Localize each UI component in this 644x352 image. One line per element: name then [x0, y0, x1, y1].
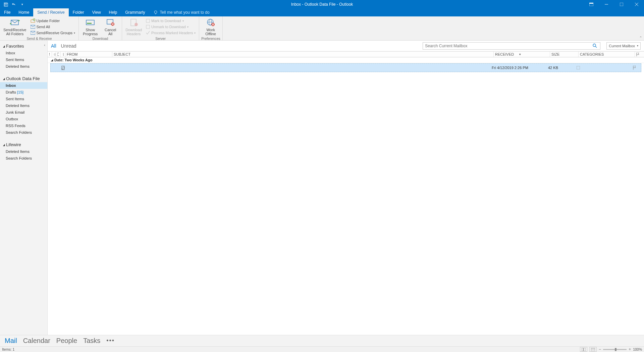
process-marked-headers-button: Process Marked Headers ▾	[145, 30, 197, 36]
svg-rect-5	[620, 3, 623, 6]
send-receive-all-button[interactable]: Send/Receive All Folders	[2, 17, 28, 37]
message-list-pane: All Unread Current Mailbox ▾ ! ☆ FROM SU…	[48, 41, 644, 335]
search-scope-dropdown[interactable]: Current Mailbox ▾	[606, 42, 641, 50]
nav-tasks[interactable]: Tasks	[83, 337, 100, 345]
svg-rect-32	[57, 53, 59, 56]
minimize-button[interactable]	[599, 0, 614, 8]
svg-rect-35	[582, 348, 583, 351]
folder-item[interactable]: Sent Items	[0, 56, 47, 63]
col-subject[interactable]: SUBJECT	[112, 52, 493, 57]
send-all-button[interactable]: Send All	[29, 24, 77, 30]
undo-icon[interactable]	[11, 2, 17, 7]
download-headers-button: Download Headers	[124, 17, 143, 37]
show-progress-button[interactable]: Show Progress	[81, 17, 100, 37]
maximize-button[interactable]	[614, 0, 629, 8]
col-icon[interactable]	[56, 52, 60, 57]
nav-more[interactable]: •••	[106, 337, 115, 344]
tell-me-label: Tell me what you want to do	[160, 10, 210, 15]
work-offline-button[interactable]: Work Offline	[201, 17, 220, 37]
globe-offline-icon	[206, 18, 216, 27]
tell-me-search[interactable]: Tell me what you want to do	[149, 8, 214, 16]
zoom-out-button[interactable]: −	[599, 347, 601, 352]
group-label-server: Server	[124, 37, 197, 41]
nav-calendar[interactable]: Calendar	[23, 337, 50, 345]
message-row[interactable]: Fri 4/12/2019 2:26 PM42 KB	[50, 63, 641, 72]
category-box-icon	[577, 66, 580, 69]
unmark-icon	[146, 25, 150, 29]
ribbon-display-options-icon[interactable]	[584, 0, 599, 8]
caret-down-icon: ◢	[3, 77, 5, 80]
col-size[interactable]: SIZE	[550, 52, 578, 57]
svg-point-30	[593, 44, 596, 47]
collapse-ribbon-icon[interactable]: ⌃	[639, 36, 642, 40]
section-favorites[interactable]: ◢ Favorites	[0, 43, 47, 50]
zoom-level: 100%	[633, 347, 642, 351]
nav-mail[interactable]: Mail	[5, 337, 17, 345]
folder-item[interactable]: Inbox	[0, 82, 47, 89]
svg-rect-15	[87, 23, 92, 24]
folder-item[interactable]: Search Folders	[0, 129, 47, 136]
folder-item[interactable]: Deleted Items	[0, 102, 47, 109]
tab-home[interactable]: Home	[14, 8, 33, 16]
status-item-count: Items: 1	[2, 347, 14, 351]
folder-item[interactable]: Sent Items	[0, 96, 47, 102]
folder-item[interactable]: Drafts [15]	[0, 89, 47, 96]
col-from[interactable]: FROM	[65, 52, 112, 57]
col-flag-icon[interactable]	[635, 52, 644, 57]
update-folder-button[interactable]: Update Folder	[29, 18, 77, 24]
search-box[interactable]	[423, 42, 600, 50]
col-importance-icon[interactable]: !	[48, 52, 52, 57]
folder-item[interactable]: Deleted Items	[0, 148, 47, 155]
send-receive-icon	[10, 18, 20, 27]
zoom-in-button[interactable]: +	[629, 347, 631, 352]
folder-item[interactable]: Inbox	[0, 50, 47, 56]
draft-icon	[60, 66, 65, 70]
tab-send-receive[interactable]: Send / Receive	[33, 8, 68, 16]
cancel-all-button[interactable]: Cancel All	[101, 17, 120, 37]
group-label-send-receive: Send & Receive	[2, 37, 76, 41]
folder-item[interactable]: Search Folders	[0, 155, 47, 162]
section-outlook-data-file[interactable]: ◢ Outlook Data File	[0, 75, 47, 82]
svg-rect-34	[577, 66, 580, 69]
group-label-download: Download	[81, 37, 120, 41]
folder-item[interactable]: Outbox	[0, 116, 47, 122]
col-received[interactable]: RECEIVED ▼	[493, 52, 550, 57]
tab-grammarly[interactable]: Grammarly	[121, 8, 149, 16]
flag-icon[interactable]	[632, 66, 641, 70]
filter-all[interactable]: All	[51, 43, 56, 49]
folder-item[interactable]: Junk Email	[0, 109, 47, 116]
svg-rect-36	[584, 348, 586, 351]
caret-down-icon: ◢	[3, 143, 5, 146]
col-reminder-icon[interactable]: ☆	[52, 52, 56, 57]
zoom-slider[interactable]	[603, 349, 627, 350]
view-normal-icon[interactable]	[580, 347, 587, 352]
tab-folder[interactable]: Folder	[69, 8, 88, 16]
col-categories[interactable]: CATEGORIES	[578, 52, 635, 57]
collapse-folder-pane-icon[interactable]: ‹	[44, 43, 45, 47]
close-button[interactable]	[629, 0, 644, 8]
filter-unread[interactable]: Unread	[61, 43, 76, 49]
qat-customize-icon[interactable]: ▾	[19, 2, 25, 7]
chevron-down-icon: ▾	[637, 44, 638, 47]
tab-help[interactable]: Help	[105, 8, 121, 16]
send-receive-groups-button[interactable]: Send/Receive Groups ▾	[29, 30, 77, 36]
ribbon: Send/Receive All Folders Update Folder S…	[0, 16, 644, 41]
lightbulb-icon	[153, 10, 158, 15]
section-lifewire[interactable]: ◢ Lifewire	[0, 141, 47, 148]
window-title: Inbox - Outlook Data File - Outlook	[291, 2, 353, 7]
tab-view[interactable]: View	[88, 8, 105, 16]
search-icon[interactable]	[593, 44, 600, 48]
folder-item[interactable]: Deleted Items	[0, 63, 47, 70]
col-attachment-icon[interactable]	[60, 52, 65, 57]
svg-point-8	[154, 11, 157, 13]
view-reading-icon[interactable]	[589, 347, 597, 352]
progress-icon	[85, 18, 95, 27]
tab-file[interactable]: File	[0, 8, 14, 16]
search-input[interactable]	[423, 44, 593, 48]
folder-item[interactable]: RSS Feeds	[0, 122, 47, 129]
envelope-group-icon	[31, 31, 35, 35]
nav-people[interactable]: People	[56, 337, 77, 345]
group-header[interactable]: ◢ Date: Two Weeks Ago	[48, 57, 644, 63]
svg-rect-3	[589, 3, 593, 4]
process-icon	[146, 31, 150, 35]
